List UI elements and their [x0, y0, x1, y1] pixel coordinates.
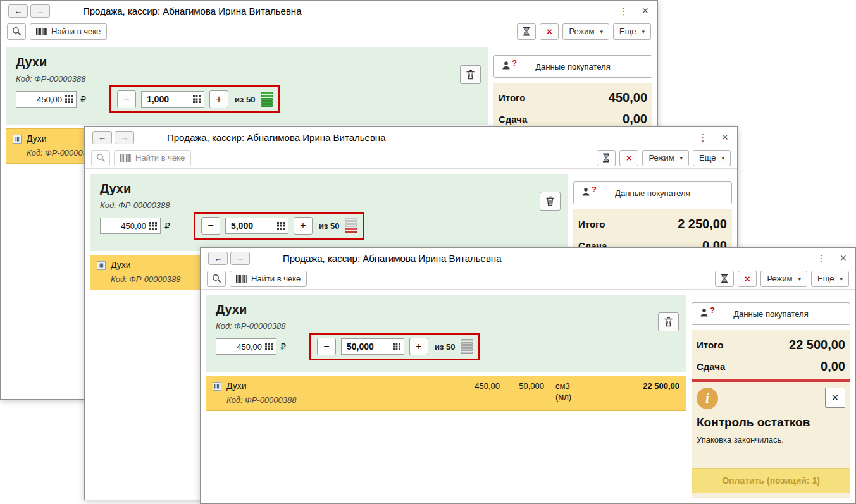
total-row: Итого450,00: [499, 87, 647, 108]
search-button[interactable]: [207, 271, 226, 287]
price-input[interactable]: 450,00: [100, 218, 161, 234]
question-mark-icon: ?: [592, 185, 597, 194]
more-button[interactable]: Еще▾: [811, 271, 849, 287]
titlebar: ← → Продажа, кассир: Абнагимова Ирина Ви…: [201, 248, 855, 268]
delete-item-button[interactable]: [658, 312, 679, 331]
total-label: Итого: [499, 92, 525, 103]
find-in-receipt-button[interactable]: Найти в чеке: [230, 271, 307, 287]
screen: ← → Продажа, кассир: Абнагимова Ирина Ви…: [0, 0, 856, 504]
price-input[interactable]: 450,00: [216, 338, 276, 355]
customer-data-label: Данные покупателя: [733, 309, 808, 319]
titlebar-controls: ⋮ ×: [697, 132, 729, 143]
total-value: 22 500,00: [789, 338, 845, 352]
customer-data-button[interactable]: ? Данные покупателя: [692, 302, 850, 325]
stock-control-notification: i × Контроль остатков Упаковка закончила…: [697, 382, 845, 468]
more-label: Еще: [619, 27, 636, 36]
delete-receipt-button[interactable]: ×: [619, 150, 638, 166]
quantity-increase-button[interactable]: +: [409, 338, 428, 355]
stock-available-label: из 50: [235, 95, 256, 104]
stock-available-label: из 50: [435, 342, 456, 352]
receipt-items-list: Духи Код: ФР-00000388 450,00 50,000 см3 …: [206, 376, 686, 498]
quantity-decrease-button[interactable]: −: [201, 217, 220, 235]
quantity-increase-button[interactable]: +: [209, 90, 228, 108]
summary-column: ? Данные покупателя Итого22 500,00 Сдача…: [692, 295, 850, 498]
kebab-icon: ⋮: [618, 6, 628, 16]
person-icon-wrap: ?: [502, 61, 517, 70]
quantity-input[interactable]: 50,000: [341, 338, 404, 355]
quantity-increase-button[interactable]: +: [294, 217, 313, 235]
close-window-button[interactable]: ×: [838, 252, 848, 264]
search-button[interactable]: [91, 150, 110, 166]
currency-label: ₽: [80, 94, 86, 104]
quantity-decrease-button[interactable]: −: [317, 338, 336, 355]
item-main: Духи Код: ФР-00000388: [226, 381, 456, 405]
back-button[interactable]: ←: [208, 252, 228, 265]
more-button[interactable]: Еще▾: [613, 23, 651, 40]
delete-item-button[interactable]: [540, 192, 561, 211]
quantity-highlight-outline: − 1,000 + из 50: [109, 85, 281, 113]
quantity-highlight-outline: − 5,000 + из 50: [194, 212, 365, 240]
stock-level-indicator: [261, 92, 273, 107]
find-in-receipt-button[interactable]: Найти в чеке: [114, 150, 191, 166]
price-value: 450,00: [22, 95, 62, 104]
trash-icon: [465, 69, 476, 80]
trash-icon: [663, 316, 674, 328]
mode-button[interactable]: Режим▾: [642, 150, 689, 166]
close-icon: ×: [840, 252, 847, 264]
price-input[interactable]: 450,00: [16, 91, 77, 108]
stock-available-label: из 50: [319, 221, 340, 231]
currency-label: ₽: [164, 221, 170, 231]
window-title: Продажа, кассир: Абнагимова Ирина Виталь…: [83, 6, 302, 16]
kebab-menu-button[interactable]: ⋮: [617, 6, 629, 16]
delete-item-button[interactable]: [460, 65, 481, 84]
back-arrow-icon: ←: [98, 133, 106, 142]
more-button[interactable]: Еще▾: [693, 150, 731, 166]
delete-receipt-button[interactable]: ×: [540, 23, 559, 40]
postpone-receipt-button[interactable]: [597, 150, 616, 166]
forward-button[interactable]: →: [115, 131, 134, 144]
toolbar: Найти в чеке × Режим▾ Еще▾: [1, 21, 657, 42]
kebab-menu-button[interactable]: ⋮: [815, 254, 827, 263]
close-window-button[interactable]: ×: [640, 5, 650, 16]
back-button[interactable]: ←: [8, 4, 28, 18]
price-value: 450,00: [221, 342, 262, 352]
product-name: Духи: [216, 302, 676, 317]
numpad-icon: [393, 343, 400, 350]
titlebar: ← → Продажа, кассир: Абнагимова Ирина Ви…: [85, 127, 737, 147]
price-value: 450,00: [106, 221, 146, 231]
pay-button[interactable]: Оплатить (позиций: 1): [692, 468, 850, 493]
forward-button[interactable]: →: [30, 4, 50, 18]
quantity-input[interactable]: 5,000: [225, 218, 288, 234]
search-button[interactable]: [7, 23, 26, 40]
back-button[interactable]: ←: [92, 131, 112, 144]
notification-text: Упаковка закончилась.: [697, 435, 845, 445]
notification-close-button[interactable]: ×: [825, 388, 845, 408]
forward-button[interactable]: →: [230, 252, 250, 265]
search-icon: [12, 27, 22, 36]
item-barcode-icon: [213, 382, 221, 391]
mode-button[interactable]: Режим▾: [760, 271, 807, 287]
total-value: 450,00: [609, 90, 647, 105]
quantity-highlight-outline: − 50,000 + из 50: [309, 333, 481, 360]
kebab-menu-button[interactable]: ⋮: [697, 133, 709, 142]
quantity-input[interactable]: 1,000: [141, 91, 204, 108]
quantity-decrease-button[interactable]: −: [117, 90, 136, 108]
quantity-value: 50,000: [347, 341, 390, 352]
product-code: Код: ФР-00000388: [16, 74, 478, 83]
mode-button[interactable]: Режим▾: [562, 23, 609, 40]
price-quantity-controls: 450,00 ₽ − 50,000 + из 50: [216, 337, 676, 356]
total-label: Итого: [578, 219, 605, 230]
receipt-item-row[interactable]: Духи Код: ФР-00000388 450,00 50,000 см3 …: [206, 376, 686, 411]
postpone-receipt-button[interactable]: [715, 271, 734, 287]
find-in-receipt-button[interactable]: Найти в чеке: [30, 23, 107, 40]
item-sum: 22 500,00: [585, 381, 679, 391]
customer-data-button[interactable]: ? Данные покупателя: [573, 181, 732, 204]
close-window-button[interactable]: ×: [720, 132, 729, 143]
stock-level-indicator: [345, 218, 357, 233]
close-icon: ×: [832, 392, 839, 403]
customer-data-button[interactable]: ? Данные покупателя: [493, 55, 652, 78]
postpone-receipt-button[interactable]: [517, 23, 536, 40]
search-icon: [212, 274, 221, 283]
barcode-icon: [36, 28, 47, 35]
delete-receipt-button[interactable]: ×: [738, 271, 757, 287]
